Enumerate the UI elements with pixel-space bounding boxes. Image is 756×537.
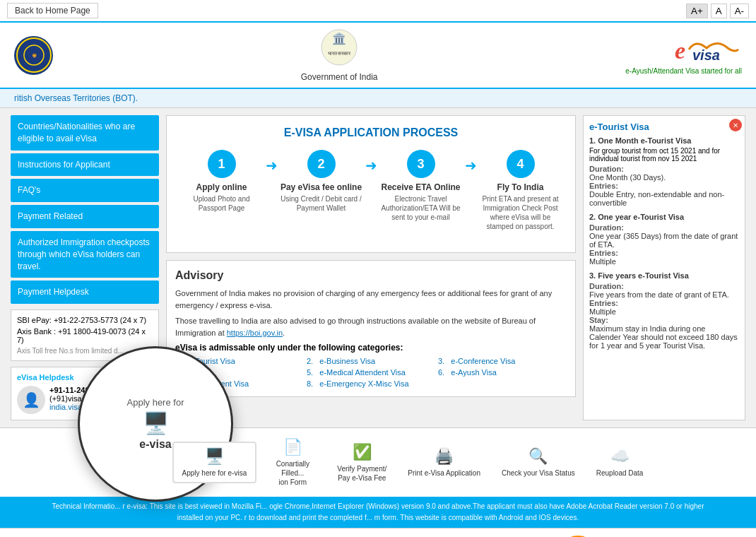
categories-title: eVisa is admissable only under the follo…	[175, 343, 567, 353]
visa-3-duration-value: Five years from the date of grant of ETA…	[589, 290, 739, 299]
notice-bar: ritish Overseas Territories (BOT).	[0, 89, 756, 108]
tech-text-1: Technical Informatio... r e-visa: This s…	[14, 501, 742, 512]
visa-1-duration-label: Duration:	[589, 165, 624, 173]
evisa-brand: e visa e-Ayush/Attendant Visa started fo…	[625, 35, 742, 75]
boi-link[interactable]: https://boi.gov.in	[227, 329, 283, 337]
sidebar-faqs[interactable]: FAQ's	[11, 179, 159, 202]
visa-3-stay-value: Maximum stay in India during one Calende…	[589, 324, 739, 350]
font-increase-button[interactable]: A+	[686, 4, 708, 18]
action-partially-filled[interactable]: 📄 ConartiallyFilled...ion Form	[261, 434, 324, 491]
step-2-desc: Using Credit / Debit card / Payment Wall…	[279, 194, 364, 213]
gov-text: Government of India	[301, 72, 378, 82]
sidebar-immigration-checkposts[interactable]: Authorized Immigration checkposts throug…	[11, 231, 159, 278]
action-apply-evisa[interactable]: 🖥️ Apply here for e-visa	[172, 442, 257, 483]
action-verify-payment[interactable]: ✅ Verify Payment/Pay e-Visa Fee	[329, 439, 395, 487]
print-evisa-icon: 🖨️	[435, 447, 454, 466]
visa-3-entries-label: Entries:	[589, 299, 618, 307]
axis-bank-text: Axis Bank : +91 1800-419-0073 (24 x 7)	[17, 327, 153, 344]
verify-payment-icon: ✅	[353, 443, 372, 461]
step-2-circle: 2	[307, 150, 336, 178]
advisory-para2: Those travelling to India are also advis…	[175, 315, 567, 338]
visa-3-stay-label: Stay:	[589, 316, 608, 324]
svg-text:🦁: 🦁	[31, 53, 37, 59]
evisa-tagline: e-Ayush/Attendant Visa started for all	[625, 67, 742, 75]
category-5: 5. e-Medical Attendent Visa	[307, 368, 435, 377]
visa-2-entries-label: Entries:	[589, 249, 618, 257]
partially-filled-label: ConartiallyFilled...ion Form	[276, 459, 309, 487]
arrow-3: ➜	[465, 150, 477, 174]
step-1-desc: Upload Photo and Passport Page	[179, 194, 264, 213]
arrow-2: ➜	[365, 150, 377, 174]
evisa-logo-icon: visa	[685, 35, 742, 64]
print-evisa-label: Print e-Visa Application	[408, 468, 480, 478]
arrow-1: ➜	[266, 150, 278, 174]
right-panel: ✕ e-Tourist Visa 1. One Month e-Tourist …	[583, 115, 745, 420]
sidebar-payment-related[interactable]: Payment Related	[11, 205, 159, 228]
visa-3-entries-value: Multiple	[589, 307, 739, 316]
visa-2-duration-value: One year (365 Days) from the date of gra…	[589, 232, 739, 249]
visa-2-heading: 2. One year e-Tourist Visa	[589, 213, 739, 221]
action-check-visa-status[interactable]: 🔍 Check your Visa Status	[493, 443, 584, 482]
visa-1-entries-label: Entries:	[589, 182, 618, 190]
step-3-circle: 3	[407, 150, 435, 178]
evisa-logo-e: e	[675, 37, 685, 64]
category-6: 6. e-Ayush Visa	[438, 368, 567, 377]
visa-3-heading: 3. Five years e-Tourist Visa	[589, 271, 739, 280]
svg-text:visa: visa	[692, 47, 720, 63]
action-reupload-data[interactable]: ☁️ Reupload Data	[588, 443, 652, 482]
apply-evisa-label: Apply here for e-visa	[182, 468, 247, 478]
advisory-title: Advisory	[175, 269, 567, 282]
step-2-title: Pay eVisa fee online	[279, 182, 364, 192]
check-visa-status-icon: 🔍	[528, 447, 548, 466]
tech-text-2: installed on your PC. r to download and …	[14, 512, 742, 524]
ashoka-emblem-icon: 🏛️ भारत सरकार	[320, 28, 359, 67]
magnify-evisa-text: e-visa	[139, 438, 171, 451]
step-4-title: Fly To India	[478, 182, 563, 192]
center-content: E-VISA APPLICATION PROCESS 1 Apply onlin…	[159, 115, 583, 420]
india-emblem: 🦁	[14, 36, 53, 75]
magnify-screen-icon: 🖥️	[143, 411, 169, 435]
visa-3-duration-label: Duration:	[589, 282, 624, 290]
sidebar-eligible-countries[interactable]: Countries/Nationalities who are eligible…	[11, 115, 159, 151]
top-bar: Back to Home Page A+ A A-	[0, 0, 756, 23]
close-panel-button[interactable]: ✕	[729, 119, 742, 131]
categories-list: 1. e-Tourist Visa 2. e-Business Visa 3. …	[175, 357, 567, 388]
verify-payment-label: Verify Payment/Pay e-Visa Fee	[337, 464, 386, 483]
visa-2-duration-label: Duration:	[589, 223, 624, 232]
step-1-title: Apply online	[179, 182, 264, 192]
font-controls: A+ A A-	[686, 4, 749, 18]
category-2: 2. e-Business Visa	[307, 357, 435, 365]
advisory-para1: Government of India makes no provision o…	[175, 288, 567, 311]
step-3: 3 Receive ETA Online Electronic Travel A…	[379, 150, 463, 222]
step-2: 2 Pay eVisa fee online Using Credit / De…	[279, 150, 364, 213]
font-normal-button[interactable]: A	[711, 4, 727, 18]
process-box: E-VISA APPLICATION PROCESS 1 Apply onlin…	[166, 115, 576, 253]
step-3-title: Receive ETA Online	[379, 182, 463, 192]
visa-section-3: 3. Five years e-Tourist Visa Duration: F…	[589, 271, 739, 350]
step-4-desc: Print ETA and present at Immigration Che…	[478, 194, 563, 231]
step-3-desc: Electronic Travel Authorization/ETA Will…	[379, 194, 463, 222]
sidebar-payment-helpdesk[interactable]: Payment Helpdesk	[11, 281, 159, 304]
helpdesk-avatar-icon: 👤	[17, 386, 45, 414]
visa-2-entries-value: Multiple	[589, 257, 739, 266]
reupload-data-icon: ☁️	[610, 447, 630, 466]
visa-1-duration-value: One Month (30 Days).	[589, 173, 739, 182]
category-3: 3. e-Conference Visa	[438, 357, 567, 365]
step-4-circle: 4	[507, 150, 535, 178]
font-decrease-button[interactable]: A-	[730, 4, 749, 18]
check-visa-status-label: Check your Visa Status	[502, 468, 575, 478]
category-8: 8. e-Emergency X-Misc Visa	[307, 379, 435, 388]
sidebar-instructions[interactable]: Instructions for Applicant	[11, 153, 159, 177]
site-header: 🦁 🏛️ भारत सरकार Government of India e vi…	[0, 23, 756, 89]
magnify-label-text: Apply here for	[127, 397, 184, 408]
svg-text:🏛️: 🏛️	[332, 32, 346, 45]
reupload-data-label: Reupload Data	[596, 468, 644, 478]
action-print-evisa[interactable]: 🖨️ Print e-Visa Application	[399, 443, 489, 482]
visa-1-entries-value: Double Entry, non-extendable and non-con…	[589, 190, 739, 207]
advisory-box: Advisory Government of India makes no pr…	[166, 260, 576, 397]
process-title: E-VISA APPLICATION PROCESS	[177, 126, 565, 139]
right-panel-title: e-Tourist Visa	[589, 122, 739, 132]
partially-filled-icon: 📄	[283, 438, 302, 456]
svg-text:भारत सरकार: भारत सरकार	[327, 51, 351, 56]
back-home-button[interactable]: Back to Home Page	[7, 3, 98, 18]
